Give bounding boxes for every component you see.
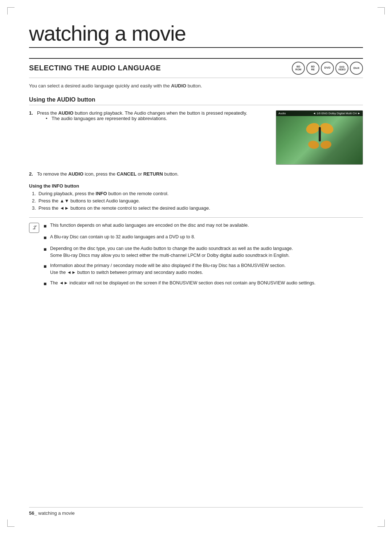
note-text-3: Depending on the disc type, you can use … <box>50 245 363 259</box>
butterfly-decoration <box>305 123 334 149</box>
footer-label: watching a movie <box>38 510 74 516</box>
section-heading: SELECTING THE AUDIO LANGUAGE BDROM BDRE … <box>29 58 363 78</box>
return-bold: RETURN <box>143 171 163 177</box>
note-item-3: ■ Depending on the disc type, you can us… <box>44 245 363 259</box>
step-1-content: Press the AUDIO button during playback. … <box>37 110 269 123</box>
info-step-3: 3. Press the ◄► buttons on the remote co… <box>32 205 363 211</box>
wing-br <box>320 140 332 149</box>
page-footer: 56_ watching a movie <box>29 507 363 516</box>
note-row: 𝓘 ■ This function depends on what audio … <box>29 222 363 291</box>
tv-audio-detail: ◄ 1/6 ENG Dolby Digital Multi CH ► <box>313 112 360 115</box>
bullet-text: The audio languages are represented by a… <box>52 116 167 121</box>
note-text-5: The ◄► indicator will not be displayed o… <box>50 280 363 288</box>
wing-tr <box>318 121 335 135</box>
note-bullet-3: ■ <box>44 246 47 259</box>
corner-mark-br <box>377 519 385 527</box>
page-title: watching a movie <box>29 22 363 48</box>
note-item-5: ■ The ◄► indicator will not be displayed… <box>44 280 363 288</box>
corner-mark-bl <box>7 519 15 527</box>
bullet-dot: • <box>46 116 49 121</box>
note-box: 𝓘 ■ This function depends on what audio … <box>29 217 363 291</box>
footer-text: 56_ watching a movie <box>29 510 75 516</box>
step-2-content: To remove the AUDIO icon, press the CANC… <box>37 171 363 177</box>
butterfly-body <box>319 127 321 141</box>
step-1: 1. Press the AUDIO button during playbac… <box>29 110 269 123</box>
disc-badges: BDROM BDRE DVD DVDVIDEO DivX <box>292 62 363 75</box>
note-bullet-4: ■ <box>44 263 47 276</box>
info-step-1: 1. During playback, press the INFO butto… <box>32 191 363 196</box>
note-item-1: ■ This function depends on what audio la… <box>44 222 363 230</box>
steps-container: 1. Press the AUDIO button during playbac… <box>29 110 363 165</box>
badge-bd-rom: BDROM <box>292 62 305 75</box>
step-2-number: 2. <box>29 171 35 177</box>
info-button-section: Using the INFO button 1. During playback… <box>29 183 363 211</box>
note-item-2: ■ A Blu-ray Disc can contain up to 32 au… <box>44 234 363 242</box>
tv-audio-label: Audio <box>278 112 286 115</box>
intro-text: You can select a desired audio language … <box>29 83 363 89</box>
step-2: 2. To remove the AUDIO icon, press the C… <box>29 171 363 177</box>
note-item-4: ■ Information about the primary / second… <box>44 262 363 276</box>
note-icon: 𝓘 <box>29 223 39 233</box>
badge-dvd: DVD <box>321 62 334 75</box>
section-heading-text: SELECTING THE AUDIO LANGUAGE <box>29 64 161 72</box>
corner-mark-tr <box>377 7 385 15</box>
cancel-bold: CANCEL <box>117 171 136 177</box>
note-bullet-2: ■ <box>44 234 47 242</box>
tv-overlay-bar: Audio ◄ 1/6 ENG Dolby Digital Multi CH ► <box>276 111 363 116</box>
audio-bold-2: AUDIO <box>68 171 83 177</box>
wing-bl <box>307 140 319 149</box>
info-button-heading: Using the INFO button <box>29 183 363 189</box>
steps-image: Audio ◄ 1/6 ENG Dolby Digital Multi CH ► <box>276 110 363 165</box>
info-step-2: 2. Press the ▲▼ buttons to select Audio … <box>32 198 363 204</box>
tv-screenshot: Audio ◄ 1/6 ENG Dolby Digital Multi CH ► <box>276 110 363 165</box>
steps-text: 1. Press the AUDIO button during playbac… <box>29 110 269 165</box>
sub-heading: Using the AUDIO button <box>29 96 363 105</box>
step-1-bullet: • The audio languages are represented by… <box>46 116 269 121</box>
badge-divx: DivX <box>350 62 363 75</box>
info-bold: INFO <box>96 191 107 196</box>
notes-list: ■ This function depends on what audio la… <box>44 222 363 291</box>
audio-bold: AUDIO <box>171 83 186 89</box>
badge-bd-re: BDRE <box>306 62 319 75</box>
note-text-1: This function depends on what audio lang… <box>50 222 363 230</box>
note-bullet-1: ■ <box>44 222 47 230</box>
note-bullet-5: ■ <box>44 280 47 288</box>
audio-bold-1: AUDIO <box>58 110 74 116</box>
footer-number: 56_ <box>29 510 37 516</box>
note-text-2: A Blu-ray Disc can contain up to 32 audi… <box>50 234 363 242</box>
corner-mark-tl <box>7 7 15 15</box>
step-1-number: 1. <box>29 110 35 123</box>
badge-dvd-video: DVDVIDEO <box>335 62 348 75</box>
note-text-4: Information about the primary / secondar… <box>50 262 363 276</box>
